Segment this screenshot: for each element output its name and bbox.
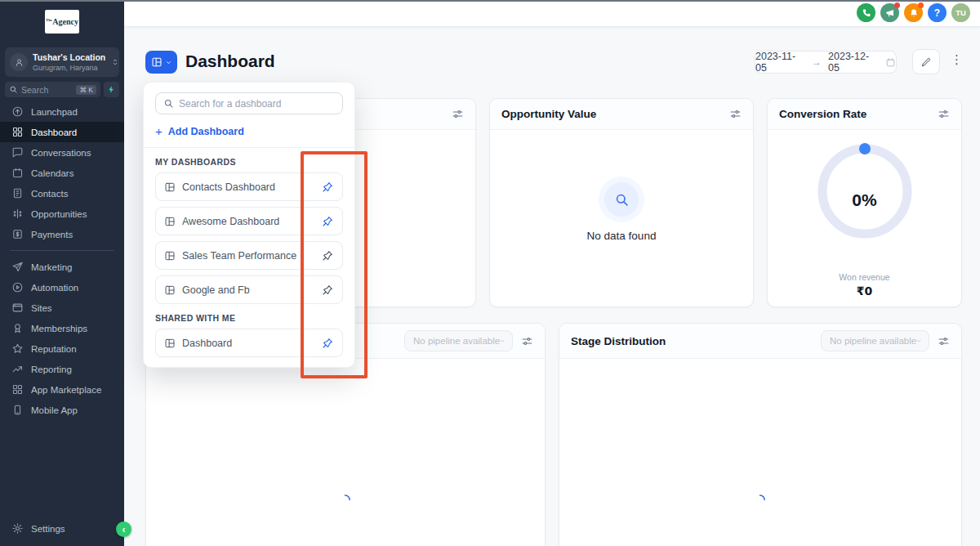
sidebar-item-reputation[interactable]: Reputation xyxy=(0,338,124,359)
browser-icon xyxy=(11,302,24,314)
sliders-icon xyxy=(729,108,742,120)
star-icon xyxy=(11,342,24,355)
help-icon: ? xyxy=(934,7,940,19)
location-area: Gurugram, Haryana xyxy=(33,64,105,72)
chevron-down-icon xyxy=(915,337,923,345)
sidebar-item-automation[interactable]: Automation xyxy=(0,277,124,298)
widget-options-button[interactable] xyxy=(521,335,533,347)
agency-logo-text: TheAgency xyxy=(46,17,78,26)
sidebar-divider xyxy=(10,250,114,251)
search-shortcut-badge: ⌘ K xyxy=(76,85,96,95)
sidebar-item-opportunities[interactable]: Opportunities xyxy=(0,204,124,224)
ai-spark-button[interactable] xyxy=(104,82,119,97)
dashboard-tile-icon xyxy=(164,284,176,296)
dashboard-switcher-button[interactable] xyxy=(145,51,177,74)
dashboard-search[interactable] xyxy=(155,92,343,114)
mobile-icon xyxy=(11,404,24,416)
card-title: Conversion Rate xyxy=(779,108,929,120)
window-top-edge xyxy=(0,0,980,2)
pin-icon[interactable] xyxy=(321,284,334,297)
search-icon xyxy=(163,98,174,109)
dashboard-menu-item[interactable]: Contacts Dashboard xyxy=(155,172,343,201)
dashboard-menu-item[interactable]: Awesome Dashboard xyxy=(155,207,343,235)
sidebar-item-contacts[interactable]: Contacts xyxy=(0,183,124,204)
sidebar-collapse-button[interactable]: ‹ xyxy=(116,521,131,537)
dashboard-menu-item[interactable]: Sales Team Performance xyxy=(155,241,343,270)
gear-icon xyxy=(11,522,24,535)
pin-icon[interactable] xyxy=(321,337,334,350)
notification-badge xyxy=(918,2,924,8)
sidebar-item-mobile-app[interactable]: Mobile App xyxy=(0,400,124,420)
widget-options-button[interactable] xyxy=(729,108,742,120)
pin-icon[interactable] xyxy=(321,215,334,228)
conversion-rate-value: 0% xyxy=(768,190,961,210)
sidebar-search-input[interactable] xyxy=(21,85,64,95)
won-revenue-value: ₹0 xyxy=(768,284,961,298)
dashboard-grid-icon xyxy=(151,56,163,68)
sidebar-item-dashboard[interactable]: Dashboard xyxy=(0,122,124,142)
sliders-icon xyxy=(938,335,950,347)
agency-logo[interactable]: TheAgency xyxy=(45,10,79,34)
phone-icon xyxy=(862,8,871,18)
chat-icon xyxy=(11,146,24,159)
empty-state: No data found xyxy=(490,182,753,242)
sidebar-item-reporting[interactable]: Reporting xyxy=(0,359,124,379)
bolt-icon xyxy=(107,85,116,94)
dashboard-search-input[interactable] xyxy=(179,98,335,110)
trend-icon xyxy=(11,363,24,375)
dashboard-tile-icon xyxy=(164,181,176,193)
topbar: ? TU xyxy=(124,0,980,27)
launchpad-icon xyxy=(11,105,24,118)
megaphone-icon xyxy=(885,8,895,18)
add-dashboard-button[interactable]: + Add Dashboard xyxy=(155,124,343,138)
sidebar-item-marketing[interactable]: Marketing xyxy=(0,257,124,277)
pipeline-select[interactable]: No pipeline available xyxy=(821,330,929,351)
pipeline-select[interactable]: No pipeline available xyxy=(404,330,513,351)
announcement-badge xyxy=(894,2,900,8)
widget-options-button[interactable] xyxy=(452,108,464,120)
sidebar-item-launchpad[interactable]: Launchpad xyxy=(0,101,124,122)
section-my-dashboards: MY DASHBOARDS xyxy=(155,157,343,167)
date-start: 2023-11-05 xyxy=(755,51,805,74)
sidebar-item-app-marketplace[interactable]: App Marketplace xyxy=(0,379,124,400)
dashboard-menu-item[interactable]: Dashboard xyxy=(155,329,343,357)
sidebar-item-payments[interactable]: Payments xyxy=(0,224,124,244)
edit-dashboard-button[interactable] xyxy=(912,49,940,74)
pencil-icon xyxy=(920,56,932,68)
location-avatar-icon xyxy=(10,53,28,71)
dashboard-tile-icon xyxy=(164,216,176,227)
payments-icon xyxy=(11,228,24,240)
sidebar-item-conversations[interactable]: Conversations xyxy=(0,142,124,163)
dashboard-tile-icon xyxy=(164,338,176,349)
sliders-icon xyxy=(521,335,533,347)
widget-options-button[interactable] xyxy=(938,335,950,347)
sliders-icon xyxy=(452,108,464,120)
pin-icon[interactable] xyxy=(321,181,334,194)
dropdown-divider xyxy=(144,147,354,148)
send-icon xyxy=(11,261,24,273)
arrow-right-icon: → xyxy=(812,56,822,68)
phone-button[interactable] xyxy=(857,3,875,22)
loading-spinner xyxy=(754,494,766,506)
location-switcher[interactable]: Tushar's Location Gurugram, Haryana xyxy=(5,47,119,77)
pin-icon[interactable] xyxy=(321,249,334,262)
search-empty-icon xyxy=(604,182,639,217)
calendar-icon xyxy=(11,167,24,179)
help-button[interactable]: ? xyxy=(928,3,947,22)
sidebar-item-settings[interactable]: Settings xyxy=(0,518,124,539)
won-revenue-label: Won revenue xyxy=(768,272,961,282)
sidebar-search[interactable]: ⌘ K xyxy=(5,82,100,97)
sidebar-item-memberships[interactable]: Memberships xyxy=(0,318,124,338)
chevron-down-icon xyxy=(165,59,172,66)
sidebar-item-sites[interactable]: Sites xyxy=(0,298,124,318)
sidebar-item-calendars[interactable]: Calendars xyxy=(0,163,124,183)
user-avatar[interactable]: TU xyxy=(951,3,970,22)
more-options-button[interactable]: ⋮ xyxy=(949,52,965,67)
date-range-picker[interactable]: 2023-11-05 → 2023-12-05 xyxy=(755,51,897,74)
widget-options-button[interactable] xyxy=(938,108,950,120)
announcements-button[interactable] xyxy=(880,3,899,22)
app-window: TheAgency Tushar's Location Gurugram, Ha… xyxy=(0,0,980,546)
notifications-button[interactable] xyxy=(904,3,923,22)
dashboard-menu-item[interactable]: Google and Fb xyxy=(155,275,343,304)
opportunity-value-card: Opportunity Value No data found xyxy=(489,98,754,307)
